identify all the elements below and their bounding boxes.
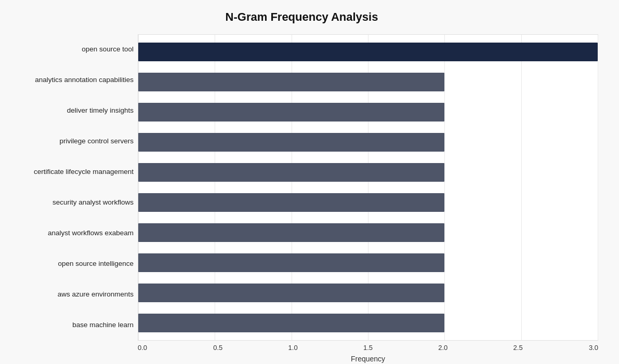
bar — [138, 43, 598, 61]
y-label: aws azure environments — [5, 281, 134, 308]
y-label: analyst workflows exabeam — [5, 220, 134, 247]
bar-row — [138, 71, 598, 93]
bars-wrapper — [138, 35, 598, 340]
chart-area: open source toolanalytics annotation cap… — [5, 34, 598, 341]
x-tick-label: 1.5 — [358, 344, 378, 352]
bar-row — [138, 281, 598, 304]
x-tick-label: 3.0 — [583, 344, 598, 352]
y-label: open source tool — [5, 36, 134, 63]
grid-line — [598, 35, 598, 340]
bar-row — [138, 191, 598, 214]
bar — [138, 284, 444, 302]
x-tick-label: 1.0 — [283, 344, 304, 352]
x-tick-label: 0.0 — [138, 344, 153, 352]
bars-section — [138, 34, 598, 341]
bar — [138, 314, 444, 332]
y-label: base machine learn — [5, 312, 134, 339]
bar — [138, 253, 444, 272]
y-label: open source intelligence — [5, 251, 134, 278]
bar-row — [138, 221, 598, 244]
x-axis: 0.00.51.01.52.02.53.0 Frequency — [138, 341, 598, 363]
y-label: security analyst workflows — [5, 190, 134, 217]
y-label: certificate lifecycle management — [5, 159, 134, 186]
bar-row — [138, 312, 598, 334]
y-label: analytics annotation capabilities — [5, 67, 134, 94]
x-tick-label: 2.5 — [508, 344, 529, 352]
bar — [138, 193, 444, 212]
y-axis-labels: open source toolanalytics annotation cap… — [5, 34, 138, 341]
bar — [138, 223, 444, 242]
bar — [138, 163, 444, 182]
x-ticks: 0.00.51.01.52.02.53.0 — [138, 341, 598, 353]
bar — [138, 133, 444, 152]
y-label: privilege control servers — [5, 128, 134, 155]
y-label: deliver timely insights — [5, 98, 134, 125]
x-axis-label: Frequency — [138, 355, 598, 363]
x-tick-label: 0.5 — [207, 344, 228, 352]
bar-row — [138, 101, 598, 124]
bar-row — [138, 161, 598, 184]
grid-and-bars — [138, 34, 598, 341]
chart-container: N-Gram Frequency Analysis open source to… — [0, 0, 619, 364]
bar — [138, 73, 444, 91]
chart-title: N-Gram Frequency Analysis — [5, 10, 598, 24]
bar-row — [138, 41, 598, 63]
x-tick-label: 2.0 — [432, 344, 453, 352]
bar — [138, 103, 444, 122]
bar-row — [138, 251, 598, 274]
bar-row — [138, 131, 598, 154]
